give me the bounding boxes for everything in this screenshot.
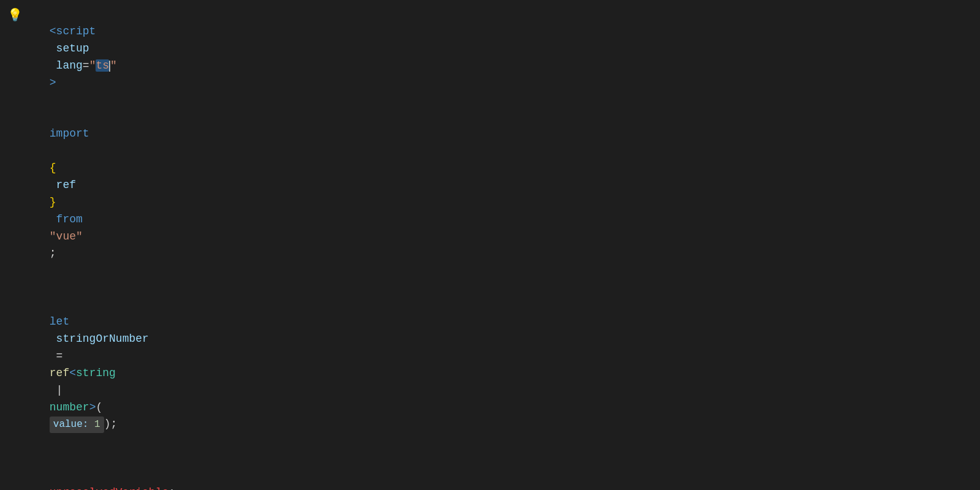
brace-close: }: [50, 196, 56, 208]
blank-line-1: [0, 279, 980, 296]
line-script-open: <script setup lang="ts" >: [0, 6, 980, 108]
kw-from: from: [50, 213, 89, 225]
kw-import: import: [50, 127, 89, 140]
param-hint-value: value: 1: [50, 417, 104, 433]
error-unresolvedVariable: unresolvedVariable: [50, 486, 168, 490]
type-number: number: [50, 401, 89, 413]
brace-open: {: [50, 162, 56, 174]
line-let-decl: let stringOrNumber = ref<string | number…: [0, 296, 980, 450]
ref-name: ref: [50, 179, 83, 191]
type-string: string: [76, 367, 116, 379]
blank-line-2: [0, 450, 980, 467]
import-source: "vue": [50, 230, 83, 243]
var-stringOrNumber: stringOrNumber: [50, 333, 149, 345]
attr-lang: lang: [50, 59, 83, 72]
line-unresolved: unresolvedVariable;: [0, 467, 980, 490]
attr-setup: setup: [50, 42, 89, 55]
code-editor[interactable]: 💡 <script setup lang="ts" > import { ref…: [0, 0, 980, 490]
kw-let: let: [50, 315, 69, 328]
tag-script: <script: [50, 25, 96, 37]
line-import: import { ref } from "vue" ;: [0, 108, 980, 279]
fn-ref: ref: [50, 367, 69, 379]
lightbulb-icon: 💡: [7, 6, 23, 25]
